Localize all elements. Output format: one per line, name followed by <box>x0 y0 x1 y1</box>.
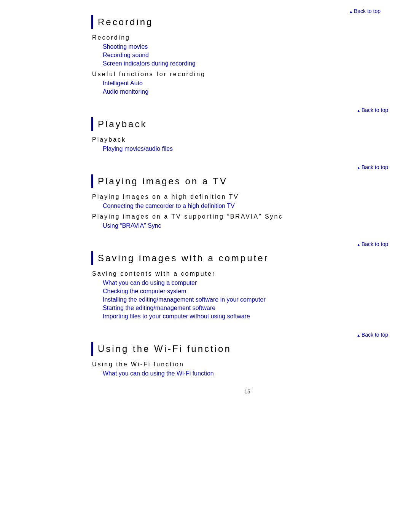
section-title-recording: Recording <box>98 17 153 27</box>
section-recording: Recording Recording Shooting movies Reco… <box>91 15 403 95</box>
link-what-can-do-computer[interactable]: What you can do using a computer <box>103 280 403 286</box>
content-area: Recording Recording Shooting movies Reco… <box>91 15 403 395</box>
link-connecting-hd-tv[interactable]: Connecting the camcorder to a high defin… <box>103 203 403 209</box>
back-to-top-link-top[interactable]: Back to top <box>349 8 381 14</box>
link-installing-editing-software[interactable]: Installing the editing/management softwa… <box>103 296 403 303</box>
link-shooting-movies[interactable]: Shooting movies <box>103 43 403 50</box>
page-container: Back to top Recording Recording Shooting… <box>0 0 411 532</box>
section-bar-playback <box>91 117 93 131</box>
subtitle-playback-0: Playback <box>92 136 403 143</box>
link-screen-indicators[interactable]: Screen indicators during recording <box>103 60 403 67</box>
subtitle-hd-tv: Playing images on a high definition TV <box>92 193 403 200</box>
section-wifi: Using the Wi-Fi function Using the Wi-Fi… <box>91 342 403 377</box>
section-group-bravia: Playing images on a TV supporting “BRAVI… <box>91 213 403 229</box>
section-group-wifi-0: Using the Wi-Fi function What you can do… <box>91 361 403 377</box>
section-group-recording-0: Recording Shooting movies Recording soun… <box>91 34 403 67</box>
subtitle-wifi-0: Using the Wi-Fi function <box>92 361 403 368</box>
section-title-playing-tv: Playing images on a TV <box>98 176 228 187</box>
subtitle-bravia: Playing images on a TV supporting “BRAVI… <box>92 213 403 220</box>
section-bar-recording <box>91 15 93 29</box>
back-to-top-container-2[interactable]: Back to top <box>91 164 388 171</box>
section-bar-wifi <box>91 342 93 356</box>
section-bar-saving <box>91 251 93 265</box>
link-intelligent-auto[interactable]: Intelligent Auto <box>103 80 403 87</box>
section-group-recording-1: Useful functions for recording Intellige… <box>91 71 403 95</box>
section-header-wifi: Using the Wi-Fi function <box>91 342 403 356</box>
link-recording-sound[interactable]: Recording sound <box>103 52 403 59</box>
section-saving-images: Saving images with a computer Saving con… <box>91 251 403 320</box>
link-importing-files[interactable]: Importing files to your computer without… <box>103 313 403 320</box>
section-header-saving: Saving images with a computer <box>91 251 403 265</box>
subtitle-saving-0: Saving contents with a computer <box>92 270 403 277</box>
link-playing-movies-audio[interactable]: Playing movies/audio files <box>103 145 403 152</box>
section-group-hd-tv: Playing images on a high definition TV C… <box>91 193 403 209</box>
section-group-playback-0: Playback Playing movies/audio files <box>91 136 403 152</box>
subtitle-recording-1: Useful functions for recording <box>92 71 403 78</box>
page-number: 15 <box>91 388 403 395</box>
section-title-saving: Saving images with a computer <box>98 253 269 264</box>
link-starting-editing-software[interactable]: Starting the editing/management software <box>103 305 403 312</box>
back-to-top-link-1[interactable]: Back to top <box>357 107 388 113</box>
back-to-top-container-3[interactable]: Back to top <box>91 241 388 248</box>
section-title-wifi: Using the Wi-Fi function <box>98 343 231 354</box>
section-title-playback: Playback <box>98 119 147 129</box>
back-to-top-link-2[interactable]: Back to top <box>357 164 388 170</box>
link-what-can-do-wifi[interactable]: What you can do using the Wi-Fi function <box>103 370 403 377</box>
top-back-to-top[interactable]: Back to top <box>349 8 381 14</box>
back-to-top-container-1[interactable]: Back to top <box>91 107 388 113</box>
link-bravia-sync[interactable]: Using “BRAVIA” Sync <box>103 222 403 229</box>
back-to-top-link-3[interactable]: Back to top <box>357 241 388 247</box>
link-audio-monitoring[interactable]: Audio monitoring <box>103 88 403 95</box>
link-checking-computer-system[interactable]: Checking the computer system <box>103 288 403 295</box>
section-playing-images-tv: Playing images on a TV Playing images on… <box>91 174 403 229</box>
back-to-top-container-4[interactable]: Back to top <box>91 331 388 338</box>
section-header-recording: Recording <box>91 15 403 29</box>
section-header-playback: Playback <box>91 117 403 131</box>
section-bar-playing-tv <box>91 174 93 188</box>
section-header-playing-tv: Playing images on a TV <box>91 174 403 188</box>
subtitle-recording-0: Recording <box>92 34 403 41</box>
section-group-saving-0: Saving contents with a computer What you… <box>91 270 403 320</box>
back-to-top-link-4[interactable]: Back to top <box>357 332 388 338</box>
section-playback: Playback Playback Playing movies/audio f… <box>91 117 403 152</box>
